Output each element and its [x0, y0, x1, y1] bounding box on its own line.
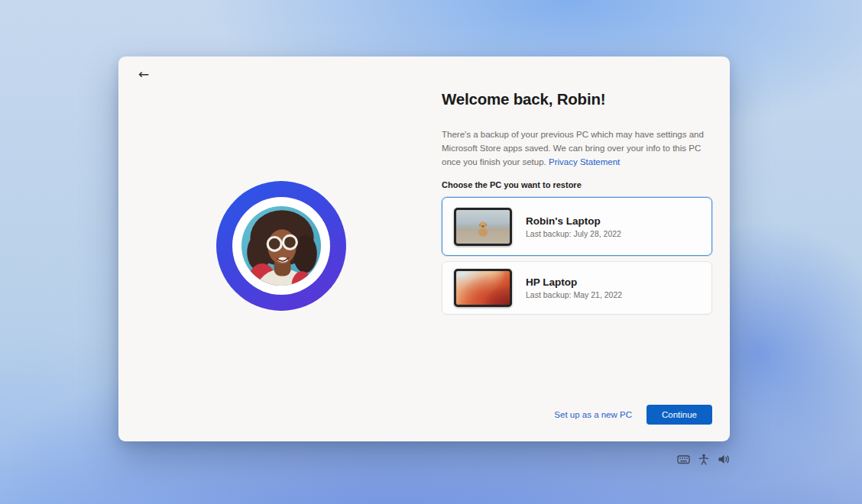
avatar-photo — [241, 206, 321, 286]
pc-meta: HP Laptop Last backup: May 21, 2022 — [526, 276, 622, 299]
keyboard-icon[interactable] — [677, 454, 690, 465]
pc-name: HP Laptop — [526, 276, 622, 288]
pc-name: Robin's Laptop — [526, 215, 621, 227]
accessibility-icon[interactable] — [698, 454, 709, 465]
chooser-label: Choose the PC you want to restore — [442, 180, 712, 189]
pc-card-robins-laptop[interactable]: Robin's Laptop Last backup: July 28, 202… — [442, 197, 712, 256]
intro-text: There's a backup of your previous PC whi… — [442, 128, 711, 169]
pc-meta: Robin's Laptop Last backup: July 28, 202… — [526, 215, 621, 238]
pc-list: Robin's Laptop Last backup: July 28, 202… — [442, 197, 712, 315]
volume-icon[interactable] — [718, 454, 731, 465]
profile-photo-woman-sunglasses — [241, 206, 321, 286]
continue-button[interactable]: Continue — [646, 405, 712, 425]
back-button[interactable]: ← — [133, 64, 154, 84]
avatar — [216, 181, 346, 311]
pc-card-hp-laptop[interactable]: HP Laptop Last backup: May 21, 2022 — [442, 261, 712, 315]
pc-thumbnail-frame — [454, 269, 512, 307]
pc-thumbnail-frame — [454, 208, 512, 246]
orange-bloom-wallpaper — [456, 271, 510, 305]
pc-last-backup: Last backup: May 21, 2022 — [526, 290, 622, 299]
pc-last-backup: Last backup: July 28, 2022 — [526, 229, 621, 238]
system-tray — [677, 454, 731, 465]
privacy-statement-link[interactable]: Privacy Statement — [549, 157, 620, 166]
main-content: Welcome back, Robin! There's a backup of… — [442, 57, 712, 441]
dog-icon — [473, 218, 493, 237]
page-title: Welcome back, Robin! — [442, 90, 712, 108]
setup-dialog: ← — [118, 57, 730, 441]
footer-actions: Set up as a new PC Continue — [554, 405, 712, 425]
setup-new-pc-link[interactable]: Set up as a new PC — [554, 410, 632, 419]
dog-on-beach-photo — [456, 210, 510, 244]
